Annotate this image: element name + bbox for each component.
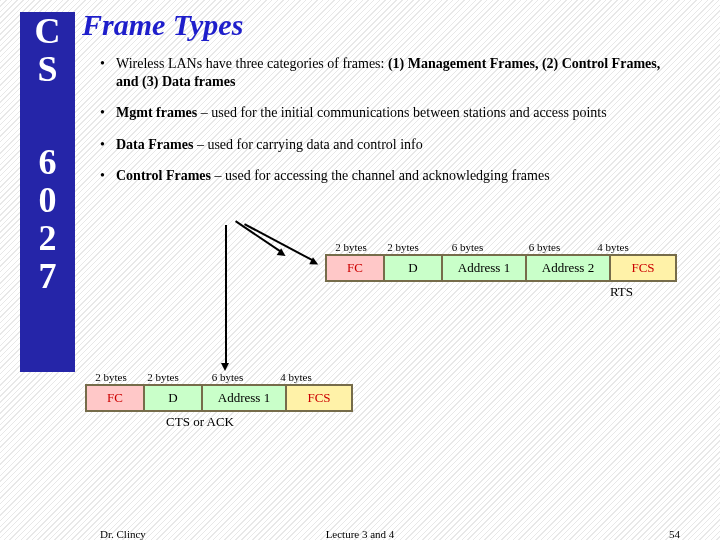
- cts-caption: CTS or ACK: [85, 412, 315, 430]
- bullet-4: Control Frames – used for accessing the …: [100, 167, 685, 185]
- bullet-4-bold: Control Frames: [116, 168, 211, 183]
- bullet-3-text: – used for carrying data and control inf…: [193, 137, 422, 152]
- cts-cell-fcs: FCS: [286, 385, 352, 411]
- page-title: Frame Types: [82, 8, 243, 42]
- rts-bytes-1: 2 bytes: [377, 240, 429, 254]
- sidebar-char-3: 6: [20, 143, 75, 181]
- rts-frame-table: FC D Address 1 Address 2 FCS: [325, 254, 677, 282]
- course-sidebar: C S 6 0 2 7: [20, 12, 75, 372]
- rts-bytes-4: 4 bytes: [583, 240, 643, 254]
- rts-cell-fcs: FCS: [610, 255, 676, 281]
- footer-page: 54: [669, 528, 680, 540]
- rts-bytes-0: 2 bytes: [325, 240, 377, 254]
- sidebar-char-1: C: [20, 12, 75, 50]
- bullet-2-text: – used for the initial communications be…: [197, 105, 606, 120]
- bullet-3: Data Frames – used for carrying data and…: [100, 136, 685, 154]
- rts-caption: RTS: [325, 282, 633, 300]
- footer-lecture: Lecture 3 and 4: [0, 528, 720, 540]
- bullet-1-text: Wireless LANs have three categories of f…: [116, 56, 388, 71]
- cts-frame-table: FC D Address 1 FCS: [85, 384, 353, 412]
- cts-bytes-0: 2 bytes: [85, 370, 137, 384]
- sidebar-char-5: 2: [20, 219, 75, 257]
- arrow-diag-icon: [235, 221, 281, 253]
- bullet-2: Mgmt frames – used for the initial commu…: [100, 104, 685, 122]
- bullet-1: Wireless LANs have three categories of f…: [100, 55, 685, 90]
- bullet-4-text: – used for accessing the channel and ack…: [211, 168, 550, 183]
- cts-cell-a1: Address 1: [202, 385, 286, 411]
- rts-cell-a1: Address 1: [442, 255, 526, 281]
- cts-cell-d: D: [144, 385, 202, 411]
- cts-cell-fc: FC: [86, 385, 144, 411]
- content-area: Wireless LANs have three categories of f…: [100, 55, 685, 199]
- cts-bytes-1: 2 bytes: [137, 370, 189, 384]
- cts-frame-diagram: 2 bytes 2 bytes 6 bytes 4 bytes FC D Add…: [85, 370, 353, 430]
- cts-bytes-3: 4 bytes: [266, 370, 326, 384]
- sidebar-char-2: S: [20, 50, 75, 88]
- arrow-down-icon: [225, 225, 227, 365]
- rts-bytes-3: 6 bytes: [506, 240, 583, 254]
- sidebar-char-6: 7: [20, 257, 75, 295]
- rts-bytes-2: 6 bytes: [429, 240, 506, 254]
- bullet-3-bold: Data Frames: [116, 137, 193, 152]
- cts-bytes-2: 6 bytes: [189, 370, 266, 384]
- bullet-2-bold: Mgmt frames: [116, 105, 197, 120]
- rts-cell-a2: Address 2: [526, 255, 610, 281]
- sidebar-char-4: 0: [20, 181, 75, 219]
- rts-frame-diagram: 2 bytes 2 bytes 6 bytes 6 bytes 4 bytes …: [325, 240, 677, 300]
- rts-cell-fc: FC: [326, 255, 384, 281]
- rts-cell-d: D: [384, 255, 442, 281]
